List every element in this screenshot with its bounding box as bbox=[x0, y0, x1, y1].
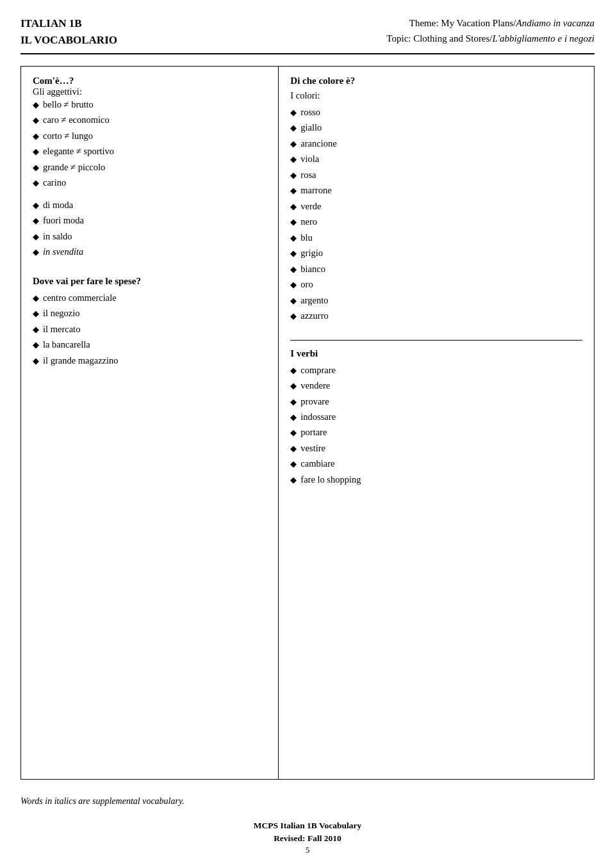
diamond-icon: ◆ bbox=[290, 364, 297, 377]
diamond-icon: ◆ bbox=[290, 153, 297, 166]
verbs-header: I verbi bbox=[290, 348, 582, 359]
list-item: ◆blu bbox=[290, 230, 582, 245]
list-item: ◆il mercato bbox=[33, 322, 266, 336]
list-item: ◆centro commerciale bbox=[33, 291, 266, 305]
footer: Words in italics are supplemental vocabu… bbox=[20, 787, 594, 858]
diamond-icon: ◆ bbox=[290, 122, 297, 134]
list-item: ◆nero bbox=[290, 214, 582, 229]
diamond-icon: ◆ bbox=[290, 442, 297, 455]
list-item: ◆carino bbox=[33, 175, 266, 189]
diamond-icon: ◆ bbox=[33, 246, 39, 259]
list-item: ◆rosa bbox=[290, 168, 582, 182]
header-left: ITALIAN 1B IL VOCABOLARIO bbox=[20, 15, 117, 48]
diamond-icon: ◆ bbox=[290, 184, 297, 197]
list-item: ◆verde bbox=[290, 199, 582, 213]
list-item: ◆elegante ≠ sportivo bbox=[33, 144, 266, 158]
col-right: Di che colore è? I colori: ◆rosso ◆giall… bbox=[279, 67, 594, 779]
footer-title-line2: Revised: Fall 2010 bbox=[20, 832, 594, 845]
verbs-section: I verbi ◆comprare ◆vendere ◆provare ◆ind… bbox=[290, 348, 582, 496]
list-item: ◆viola bbox=[290, 152, 582, 166]
list-item: ◆azzurro bbox=[290, 309, 582, 323]
diamond-icon: ◆ bbox=[33, 292, 39, 305]
list-item: ◆rosso bbox=[290, 105, 582, 119]
diamond-icon: ◆ bbox=[33, 339, 39, 351]
supplemental-note: Words in italics are supplemental vocabu… bbox=[20, 796, 594, 807]
list-item: ◆portare bbox=[290, 425, 582, 439]
diamond-icon: ◆ bbox=[33, 214, 39, 227]
col-left: Com'è…? Gli aggettivi: ◆bello ≠ brutto ◆… bbox=[21, 67, 279, 779]
diamond-icon: ◆ bbox=[33, 161, 39, 174]
diamond-icon: ◆ bbox=[290, 138, 297, 150]
stores-list: ◆centro commerciale ◆il negozio ◆il merc… bbox=[33, 291, 266, 367]
adjectives-sub: Gli aggettivi: bbox=[33, 86, 266, 97]
diamond-icon: ◆ bbox=[33, 199, 39, 212]
list-item: ◆marrone bbox=[290, 183, 582, 197]
list-item: ◆il grande magazzino bbox=[33, 353, 266, 367]
footer-title-line1: MCPS Italian 1B Vocabulary bbox=[20, 819, 594, 832]
list-item: ◆bello ≠ brutto bbox=[33, 97, 266, 111]
list-item: ◆provare bbox=[290, 394, 582, 408]
colors-section: Di che colore è? I colori: ◆rosso ◆giall… bbox=[290, 76, 582, 341]
list-item: ◆vestire bbox=[290, 441, 582, 455]
list-item: ◆cambiare bbox=[290, 456, 582, 470]
diamond-icon: ◆ bbox=[290, 232, 297, 245]
verbs-list: ◆comprare ◆vendere ◆provare ◆indossare ◆… bbox=[290, 363, 582, 487]
diamond-icon: ◆ bbox=[33, 355, 39, 367]
list-item: ◆oro bbox=[290, 277, 582, 291]
list-item-spacer bbox=[33, 191, 266, 197]
diamond-icon: ◆ bbox=[33, 307, 39, 320]
list-item: ◆arancione bbox=[290, 136, 582, 150]
list-item: ◆grande ≠ piccolo bbox=[33, 160, 266, 174]
diamond-icon: ◆ bbox=[290, 458, 297, 470]
list-item: ◆bianco bbox=[290, 262, 582, 276]
diamond-icon: ◆ bbox=[33, 99, 39, 111]
diamond-icon: ◆ bbox=[290, 278, 297, 291]
colors-list: ◆rosso ◆giallo ◆arancione ◆viola ◆rosa ◆… bbox=[290, 105, 582, 323]
diamond-icon: ◆ bbox=[290, 396, 297, 408]
diamond-icon: ◆ bbox=[290, 310, 297, 323]
header: ITALIAN 1B IL VOCABOLARIO Theme: My Vaca… bbox=[20, 15, 594, 54]
footer-title: MCPS Italian 1B Vocabulary Revised: Fall… bbox=[20, 819, 594, 846]
page-number: 5 bbox=[20, 845, 594, 855]
list-item: ◆in svendita bbox=[33, 245, 266, 259]
diamond-icon: ◆ bbox=[290, 216, 297, 229]
diamond-icon: ◆ bbox=[290, 426, 297, 439]
page: ITALIAN 1B IL VOCABOLARIO Theme: My Vaca… bbox=[0, 0, 615, 868]
colors-header: Di che colore è? bbox=[290, 76, 582, 86]
diamond-icon: ◆ bbox=[290, 411, 297, 424]
diamond-icon: ◆ bbox=[290, 474, 297, 486]
topic-label: Topic: Clothing and Stores/ bbox=[386, 33, 492, 44]
theme-label: Theme: My Vacation Plans/ bbox=[409, 18, 516, 28]
vocab-title: IL VOCABOLARIO bbox=[20, 32, 117, 49]
stores-header: Dove vai per fare le spese? bbox=[33, 276, 266, 287]
list-item: ◆indossare bbox=[290, 410, 582, 424]
diamond-icon: ◆ bbox=[290, 380, 297, 392]
adjectives-list: ◆bello ≠ brutto ◆caro ≠ economico ◆corto… bbox=[33, 97, 266, 261]
list-item: ◆di moda bbox=[33, 198, 266, 212]
list-item: ◆vendere bbox=[290, 378, 582, 392]
diamond-icon: ◆ bbox=[290, 169, 297, 182]
diamond-icon: ◆ bbox=[290, 294, 297, 307]
diamond-icon: ◆ bbox=[290, 247, 297, 260]
list-item: ◆caro ≠ economico bbox=[33, 113, 266, 127]
list-item: ◆grigio bbox=[290, 246, 582, 260]
list-item: ◆la bancarella bbox=[33, 337, 266, 351]
diamond-icon: ◆ bbox=[33, 177, 39, 189]
list-item: ◆fare lo shopping bbox=[290, 472, 582, 486]
topic-value: L'abbigliamento e i negozi bbox=[493, 33, 594, 44]
list-item: ◆comprare bbox=[290, 363, 582, 377]
list-item: ◆in saldo bbox=[33, 229, 266, 243]
topic-line: Topic: Clothing and Stores/L'abbigliamen… bbox=[386, 31, 594, 46]
diamond-icon: ◆ bbox=[290, 106, 297, 119]
diamond-icon: ◆ bbox=[33, 230, 39, 243]
diamond-icon: ◆ bbox=[33, 145, 39, 158]
list-item: ◆corto ≠ lungo bbox=[33, 129, 266, 143]
course-title: ITALIAN 1B bbox=[20, 15, 117, 32]
colors-sub: I colori: bbox=[290, 90, 582, 101]
list-item: ◆giallo bbox=[290, 120, 582, 134]
stores-section: Dove vai per fare le spese? ◆centro comm… bbox=[33, 276, 266, 376]
diamond-icon: ◆ bbox=[33, 130, 39, 143]
theme-line: Theme: My Vacation Plans/Andiamo in vaca… bbox=[386, 15, 594, 31]
list-item: ◆il negozio bbox=[33, 306, 266, 320]
diamond-icon: ◆ bbox=[290, 200, 297, 213]
